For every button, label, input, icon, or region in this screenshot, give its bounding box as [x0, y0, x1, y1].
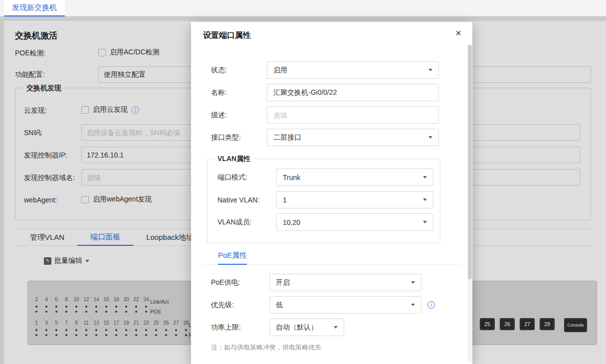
port-properties-modal: 设置端口属性 × 状态: 启用 名称: 描述: 接口类型:: [191, 22, 472, 364]
port-mode-value: Trunk: [283, 174, 300, 182]
status-row: 状态: 启用: [211, 61, 472, 79]
iface-type-select[interactable]: 二层接口: [267, 129, 439, 146]
chevron-down-icon: [423, 198, 427, 201]
close-icon[interactable]: ×: [455, 28, 461, 38]
poe-supply-value: 开启: [276, 278, 290, 287]
info-icon[interactable]: i: [427, 301, 435, 309]
desc-row: 描述:: [211, 106, 472, 124]
poe-supply-row: PoE供电: 开启: [211, 274, 472, 291]
priority-select[interactable]: 低: [269, 296, 421, 314]
status-select[interactable]: 启用: [267, 61, 439, 79]
poe-tab-row: PoE属性: [203, 251, 460, 265]
name-input[interactable]: [267, 84, 439, 101]
modal-scrollbar[interactable]: [468, 44, 472, 362]
chevron-down-icon: [423, 221, 427, 223]
power-limit-row: 功率上限: 自动（默认）: [211, 319, 472, 336]
vlan-members-label: VLAN成员:: [217, 218, 276, 227]
priority-row: 优先级: 低 i: [211, 296, 472, 314]
chevron-down-icon: [411, 304, 415, 306]
iface-type-value: 二层接口: [273, 133, 301, 142]
name-row: 名称:: [211, 84, 472, 101]
top-tab-bar: 发现新交换机: [0, 0, 606, 16]
priority-value: 低: [276, 301, 283, 310]
poe-note: 注：如与供电策略冲突，供电策略优先: [211, 343, 472, 352]
iface-type-row: 接口类型: 二层接口: [211, 129, 472, 146]
screen: 发现新交换机 交换机激活 POE检测: 启用AC/DC检测 功能配置: 交换机发…: [0, 0, 606, 364]
native-vlan-label: Native VLAN:: [217, 196, 276, 204]
vlan-members-value: 10,20: [283, 218, 300, 226]
power-limit-select[interactable]: 自动（默认）: [269, 319, 344, 336]
desc-input[interactable]: [267, 106, 439, 124]
scrollbar-thumb[interactable]: [468, 45, 472, 279]
chevron-down-icon: [428, 69, 432, 71]
vlan-properties-fieldset: VLAN属性 端口模式: Trunk Native VLAN: 1: [207, 159, 440, 243]
iface-type-label: 接口类型:: [211, 133, 267, 142]
vlan-members-select[interactable]: 10,20: [276, 213, 433, 231]
status-value: 启用: [273, 66, 287, 75]
chevron-down-icon: [411, 281, 415, 284]
power-limit-value: 自动（默认）: [276, 323, 318, 332]
poe-supply-label: PoE供电:: [211, 278, 269, 287]
native-vlan-value: 1: [283, 196, 287, 204]
port-mode-label: 端口模式:: [217, 173, 276, 182]
priority-label: 优先级:: [211, 301, 269, 310]
port-mode-row: 端口模式: Trunk: [217, 169, 440, 186]
status-label: 状态:: [211, 66, 267, 75]
modal-title: 设置端口属性: [203, 30, 460, 41]
vlan-members-row: VLAN成员: 10,20: [217, 213, 440, 231]
chevron-down-icon: [423, 176, 427, 179]
chevron-down-icon: [334, 326, 338, 329]
native-vlan-row: Native VLAN: 1: [217, 191, 440, 208]
vlan-properties-legend: VLAN属性: [214, 155, 253, 164]
tab-discover-new-switch[interactable]: 发现新交换机: [4, 0, 65, 16]
chevron-down-icon: [428, 136, 432, 139]
modal-form: 状态: 启用 名称: 描述: 接口类型: 二层接口: [191, 61, 472, 352]
desc-label: 描述:: [211, 111, 267, 120]
port-mode-select[interactable]: Trunk: [276, 169, 433, 186]
power-limit-label: 功率上限:: [211, 323, 269, 332]
name-label: 名称:: [211, 88, 267, 97]
native-vlan-select[interactable]: 1: [276, 191, 433, 208]
poe-form: PoE供电: 开启 优先级: 低 i 功率上限:: [191, 274, 472, 352]
tab-poe-properties[interactable]: PoE属性: [218, 251, 247, 265]
poe-supply-select[interactable]: 开启: [269, 274, 421, 291]
